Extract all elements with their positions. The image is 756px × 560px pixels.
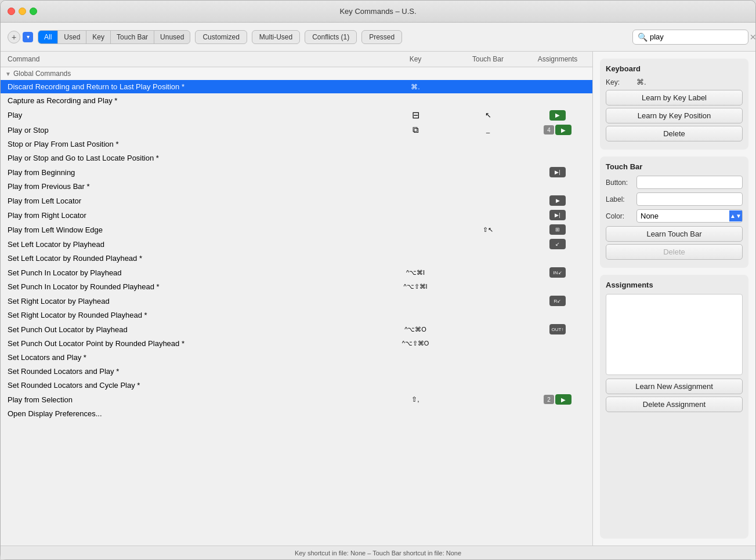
cell-command: Set Locators and Play * bbox=[1, 351, 378, 363]
table-row[interactable]: Set Punch Out Locator Point by Rounded P… bbox=[1, 337, 592, 351]
cell-command: Set Punch In Locator by Rounded Playhead… bbox=[1, 281, 378, 293]
cell-command: Play bbox=[1, 109, 378, 121]
table-row[interactable]: Set Left Locator by Rounded Playhead * bbox=[1, 252, 592, 266]
close-button[interactable] bbox=[8, 8, 15, 15]
table-row[interactable]: Discard Recording and Return to Last Pla… bbox=[1, 80, 592, 94]
window-title: Key Commands – U.S. bbox=[339, 7, 416, 16]
minimize-button[interactable] bbox=[19, 8, 26, 15]
cell-touchbar: _ bbox=[453, 125, 523, 135]
cell-touchbar bbox=[453, 213, 523, 217]
col-header-command: Command bbox=[1, 55, 378, 63]
table-row[interactable]: Play or Stop ⧉ _ 4 ▶ bbox=[1, 123, 592, 137]
cell-assignments bbox=[523, 412, 592, 416]
cell-touchbar bbox=[453, 242, 523, 246]
cell-command: Stop or Play From Last Position * bbox=[1, 138, 378, 150]
table-row[interactable]: Capture as Recording and Play * bbox=[1, 94, 592, 108]
cell-key bbox=[378, 299, 453, 303]
cell-command: Set Rounded Locators and Cycle Play * bbox=[1, 379, 378, 391]
table-row[interactable]: Set Locators and Play * bbox=[1, 351, 592, 365]
cell-command: Set Right Locator by Rounded Playhead * bbox=[1, 309, 378, 321]
cell-command: Set Right Locator by Playhead bbox=[1, 295, 378, 307]
label-input[interactable] bbox=[636, 192, 743, 206]
cell-assignments bbox=[523, 85, 592, 89]
cell-key bbox=[378, 314, 453, 317]
filter-key-button[interactable]: Key bbox=[86, 31, 111, 43]
button-input[interactable] bbox=[636, 176, 743, 189]
table-row[interactable]: Play ⊟ ↖ ▶ bbox=[1, 108, 592, 123]
table-row[interactable]: Play or Stop and Go to Last Locate Posit… bbox=[1, 151, 592, 165]
button-field-row: Button: bbox=[606, 176, 743, 189]
group-header: ▼ Global Commands bbox=[1, 67, 592, 80]
delete-assignment-button[interactable]: Delete Assignment bbox=[606, 397, 743, 412]
table-row[interactable]: Play from Left Window Edge ⇧↖ ⊞ bbox=[1, 223, 592, 237]
key-field-row: Key: ⌘. bbox=[606, 78, 743, 86]
learn-new-assignment-button[interactable]: Learn New Assignment bbox=[606, 379, 743, 394]
cell-assignments bbox=[523, 370, 592, 373]
learn-by-label-button[interactable]: Learn by Key Label bbox=[606, 90, 743, 106]
cell-key bbox=[378, 384, 453, 387]
cell-command: Play or Stop and Go to Last Locate Posit… bbox=[1, 152, 378, 164]
table-row[interactable]: Open Display Preferences... bbox=[1, 407, 592, 421]
cell-key bbox=[378, 370, 453, 373]
filter-customized-button[interactable]: Customized bbox=[195, 30, 247, 44]
cell-key bbox=[378, 356, 453, 359]
cell-command: Play from Left Locator bbox=[1, 195, 378, 207]
table-row[interactable]: Play from Right Locator ▶| bbox=[1, 208, 592, 223]
select-arrow-icon: ▲▼ bbox=[729, 210, 742, 221]
table-row[interactable]: Set Left Locator by Playhead ↙ bbox=[1, 237, 592, 252]
filter-pressed-button[interactable]: Pressed bbox=[361, 30, 402, 44]
cell-command: Discard Recording and Return to Last Pla… bbox=[1, 81, 378, 93]
cell-assignments: IN↙ bbox=[523, 266, 592, 279]
table-row[interactable]: Play from Selection ⇧, 2 ▶ bbox=[1, 392, 592, 407]
add-icon[interactable]: + bbox=[8, 31, 20, 43]
filter-group: All Used Key Touch Bar Unused bbox=[38, 30, 190, 44]
group-triangle: ▼ bbox=[5, 71, 11, 77]
table-row[interactable]: Set Right Locator by Playhead R↙ bbox=[1, 294, 592, 308]
filter-unused-button[interactable]: Unused bbox=[154, 31, 190, 43]
cell-key bbox=[378, 199, 453, 202]
table-row[interactable]: Set Rounded Locators and Play * bbox=[1, 365, 592, 379]
table-row[interactable]: Set Punch In Locator by Rounded Playhead… bbox=[1, 280, 592, 294]
color-select[interactable]: None Red Orange Yellow Green Blue Purple bbox=[637, 210, 729, 222]
cell-touchbar bbox=[453, 170, 523, 174]
cell-key: ^⌥⌘I bbox=[378, 267, 453, 278]
filter-used-button[interactable]: Used bbox=[58, 31, 86, 43]
table-row[interactable]: Play from Beginning ▶| bbox=[1, 165, 592, 180]
cell-assignments: R↙ bbox=[523, 294, 592, 308]
cell-touchbar bbox=[453, 328, 523, 331]
filter-all-button[interactable]: All bbox=[38, 31, 58, 43]
cell-command: Set Punch In Locator by Playhead bbox=[1, 267, 378, 279]
table-body: ▼ Global Commands Discard Recording and … bbox=[1, 67, 592, 546]
table-row[interactable]: Set Punch Out Locator by Playhead ^⌥⌘O O… bbox=[1, 322, 592, 337]
table-row[interactable]: Set Right Locator by Rounded Playhead * bbox=[1, 308, 592, 322]
touchbar-section: Touch Bar Button: Label: Color: None Red bbox=[600, 157, 748, 268]
cell-assignments bbox=[523, 342, 592, 346]
cell-command: Play from Selection bbox=[1, 394, 378, 406]
touchbar-icon: ▶ bbox=[549, 195, 566, 206]
learn-touchbar-button[interactable]: Learn Touch Bar bbox=[606, 226, 743, 242]
cell-touchbar bbox=[453, 143, 523, 146]
dropdown-icon[interactable]: ▾ bbox=[23, 32, 33, 42]
cell-touchbar bbox=[453, 314, 523, 317]
table-row[interactable]: Play from Left Locator ▶ bbox=[1, 194, 592, 208]
filter-multiused-button[interactable]: Multi-Used bbox=[252, 30, 300, 44]
table-row[interactable]: Set Punch In Locator by Playhead ^⌥⌘I IN… bbox=[1, 266, 592, 280]
learn-by-position-button[interactable]: Learn by Key Position bbox=[606, 108, 743, 123]
table-row[interactable]: Stop or Play From Last Position * bbox=[1, 137, 592, 151]
cell-assignments: ↙ bbox=[523, 237, 592, 251]
filter-touchbar-button[interactable]: Touch Bar bbox=[111, 31, 154, 43]
keyboard-title: Keyboard bbox=[606, 64, 743, 73]
maximize-button[interactable] bbox=[30, 8, 37, 15]
table-row[interactable]: Set Rounded Locators and Cycle Play * bbox=[1, 379, 592, 392]
clear-search-button[interactable]: ✕ bbox=[750, 33, 756, 41]
cell-assignments: 4 ▶ bbox=[523, 123, 592, 137]
filter-conflicts-button[interactable]: Conflicts (1) bbox=[305, 30, 357, 44]
cell-touchbar: ↖ bbox=[453, 109, 523, 121]
delete-keyboard-button[interactable]: Delete bbox=[606, 126, 743, 141]
touchbar-icon: ↙ bbox=[549, 239, 566, 249]
delete-touchbar-button[interactable]: Delete bbox=[606, 244, 743, 260]
table-row[interactable]: Play from Previous Bar * bbox=[1, 180, 592, 194]
cell-command: Set Punch Out Locator Point by Rounded P… bbox=[1, 337, 378, 350]
cell-assignments bbox=[523, 384, 592, 387]
search-input[interactable] bbox=[650, 32, 747, 41]
